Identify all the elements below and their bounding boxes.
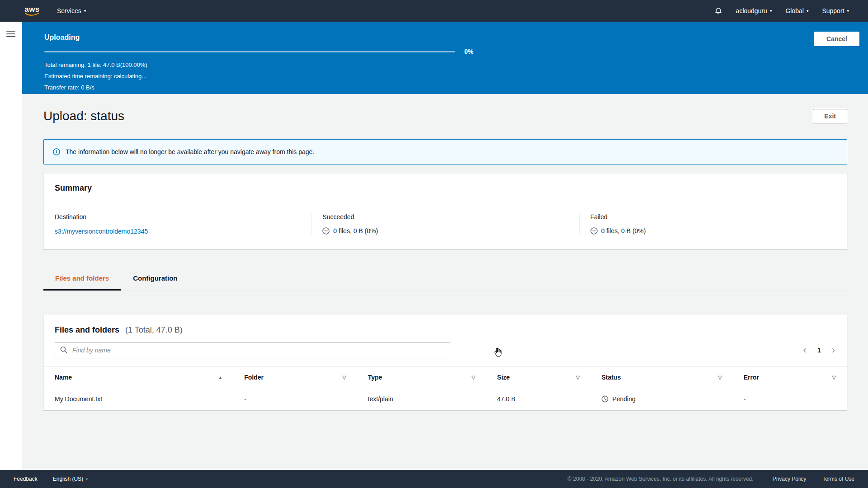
account-menu[interactable]: acloudguru ▾ [736, 7, 772, 14]
pending-clock-icon [601, 395, 609, 403]
files-and-folders-panel: Files and folders (1 Total, 47.0 B) ‹ 1 … [43, 314, 847, 410]
failed-value: 0 files, 0 B (0%) [590, 227, 836, 235]
region-label: Global [785, 7, 803, 14]
privacy-policy-link[interactable]: Privacy Policy [773, 476, 807, 482]
progress-row: 0% [44, 48, 868, 55]
files-panel-toolbar: ‹ 1 › [44, 335, 847, 366]
files-table: Name ▲ Folder ▽ Type ▽ Size [44, 366, 847, 410]
table-row: My Document.txt - text/plain 47.0 B Pend… [44, 388, 847, 410]
info-alert-text: The information below will no longer be … [66, 148, 314, 155]
upload-progress-banner: Uploading 0% Total remaining: 1 file: 47… [22, 22, 868, 94]
hamburger-menu-icon[interactable] [6, 31, 15, 37]
succeeded-value: 0 files, 0 B (0%) [322, 227, 568, 235]
notifications-bell-icon[interactable] [714, 7, 722, 15]
footer: Feedback English (US) ▾ © 2008 - 2020, A… [0, 470, 868, 488]
filter-dropdown-icon[interactable]: ▽ [472, 375, 475, 380]
circle-minus-icon [590, 227, 598, 235]
column-header-size[interactable]: Size ▽ [486, 367, 591, 388]
page-title: Upload: status [43, 109, 124, 123]
destination-bucket-link[interactable]: s3://myversioncontroldemo12345 [55, 228, 148, 235]
tab-bar: Files and folders Configuration [43, 266, 847, 291]
next-page-button[interactable]: › [831, 345, 836, 355]
progress-bar [44, 51, 455, 52]
collapsed-sidebar [0, 22, 22, 470]
aws-logo[interactable]: aws [24, 5, 40, 16]
chevron-down-icon: ▾ [770, 9, 772, 13]
cancel-button[interactable]: Cancel [814, 32, 859, 46]
files-table-header-row: Name ▲ Folder ▽ Type ▽ Size [44, 367, 847, 388]
upload-banner-title: Uploading [44, 33, 868, 42]
info-alert: The information below will no longer be … [43, 139, 847, 164]
summary-title: Summary [44, 174, 847, 203]
search-input[interactable] [55, 342, 450, 358]
failed-text: 0 files, 0 B (0%) [601, 227, 646, 235]
account-label: acloudguru [736, 7, 767, 14]
progress-percent: 0% [464, 48, 473, 55]
chevron-down-icon: ▾ [807, 9, 809, 13]
region-menu[interactable]: Global ▾ [785, 7, 808, 14]
column-header-status[interactable]: Status ▽ [590, 367, 732, 388]
copyright-text: © 2008 - 2020, Amazon Web Services, Inc.… [567, 476, 753, 482]
sort-ascending-icon: ▲ [218, 375, 222, 380]
language-label: English (US) [53, 476, 83, 482]
filter-dropdown-icon[interactable]: ▽ [342, 375, 346, 380]
top-nav: aws Services ▾ acloudguru ▾ [0, 0, 868, 22]
file-folder-cell: - [233, 388, 357, 410]
tab-configuration[interactable]: Configuration [121, 266, 189, 290]
nav-right: acloudguru ▾ Global ▾ Support ▾ [714, 7, 849, 15]
support-label: Support [822, 7, 844, 14]
files-panel-title: Files and folders [55, 325, 119, 334]
pagination: ‹ 1 › [802, 345, 836, 355]
search-icon [60, 346, 67, 353]
column-header-name[interactable]: Name ▲ [44, 367, 233, 388]
column-header-error[interactable]: Error ▽ [733, 367, 847, 388]
destination-label: Destination [55, 213, 300, 221]
file-status-cell: Pending [590, 388, 732, 410]
info-icon [53, 148, 60, 155]
files-panel-count: (1 Total, 47.0 B) [125, 325, 183, 334]
tab-files-and-folders[interactable]: Files and folders [43, 266, 121, 290]
search-box [55, 342, 450, 358]
services-menu[interactable]: Services ▾ [57, 7, 86, 14]
page-number[interactable]: 1 [817, 347, 821, 354]
language-selector[interactable]: English (US) ▾ [53, 476, 88, 482]
main-content: Upload: status Exit The information belo… [22, 94, 868, 470]
chevron-down-icon: ▾ [86, 477, 88, 481]
page-header: Upload: status Exit [43, 109, 847, 123]
summary-succeeded: Succeeded 0 files, 0 B (0%) [311, 213, 579, 235]
transfer-rate-text: Transfer rate: 0 B/s [44, 84, 868, 91]
chevron-down-icon: ▾ [847, 9, 849, 13]
filter-dropdown-icon[interactable]: ▽ [718, 375, 722, 380]
summary-destination: Destination s3://myversioncontroldemo123… [44, 213, 311, 235]
services-label: Services [57, 7, 81, 14]
nav-left: aws Services ▾ [24, 5, 86, 16]
summary-body: Destination s3://myversioncontroldemo123… [44, 203, 847, 249]
terms-of-use-link[interactable]: Terms of Use [822, 476, 854, 482]
exit-button[interactable]: Exit [813, 109, 847, 123]
support-menu[interactable]: Support ▾ [822, 7, 849, 14]
file-name-cell: My Document.txt [44, 388, 233, 410]
file-error-cell: - [733, 388, 847, 410]
aws-console: aws Services ▾ acloudguru ▾ [0, 0, 868, 488]
summary-failed: Failed 0 files, 0 B (0%) [579, 213, 847, 235]
file-type-cell: text/plain [357, 388, 486, 410]
feedback-link[interactable]: Feedback [14, 476, 38, 482]
aws-logo-text: aws [24, 5, 40, 13]
status-text: Pending [612, 395, 635, 403]
filter-dropdown-icon[interactable]: ▽ [832, 375, 836, 380]
failed-label: Failed [590, 213, 836, 221]
previous-page-button[interactable]: ‹ [802, 345, 807, 355]
summary-panel: Summary Destination s3://myversioncontro… [43, 173, 847, 249]
total-remaining-text: Total remaining: 1 file: 47.0 B(100.00%) [44, 61, 868, 68]
filter-dropdown-icon[interactable]: ▽ [576, 375, 580, 380]
column-header-type[interactable]: Type ▽ [357, 367, 486, 388]
estimated-time-text: Estimated time remaining: calculating... [44, 73, 868, 80]
files-panel-header: Files and folders (1 Total, 47.0 B) [44, 314, 847, 335]
succeeded-text: 0 files, 0 B (0%) [333, 227, 378, 235]
circle-minus-icon [322, 227, 330, 235]
column-header-folder[interactable]: Folder ▽ [233, 367, 357, 388]
aws-smile-icon [24, 13, 40, 16]
chevron-down-icon: ▾ [84, 9, 86, 13]
succeeded-label: Succeeded [322, 213, 568, 221]
footer-links: Privacy Policy Terms of Use [773, 476, 854, 482]
